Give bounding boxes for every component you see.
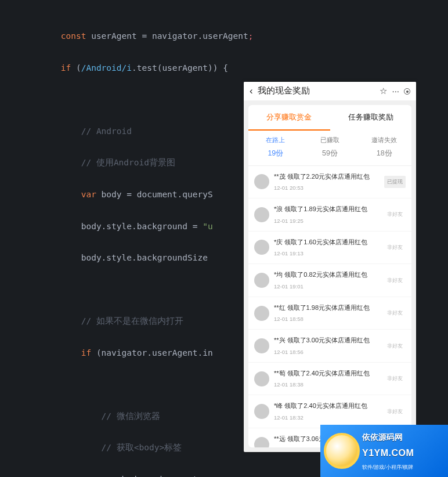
phone-card: 分享赚取赏金 任务赚取奖励 在路上 19份 已赚取 59份 邀请失效 18份 *… (248, 105, 411, 447)
avatar (254, 273, 269, 288)
keyword-var: var (81, 190, 96, 199)
status-badge: 非好友 (384, 406, 406, 418)
avatar (254, 306, 269, 321)
list-item[interactable]: *庆 领取了1.60元实体店通用红包 12-01 19:13 非好友 (248, 232, 411, 265)
comment: // 使用Android背景图 (81, 158, 175, 167)
list-item[interactable]: *峰 领取了2.40元实体店通用红包 12-01 18:32 非好友 (248, 395, 411, 428)
status-badge: 非好友 (384, 373, 406, 385)
regex: /Android/i (81, 63, 132, 73)
status-badge: 非好友 (384, 307, 406, 319)
list-item[interactable]: *浪 领取了1.89元实体店通用红包 12-01 19:25 非好友 (248, 198, 411, 232)
stat-label: 已赚取 (303, 134, 357, 146)
stat-label: 邀请失效 (357, 134, 411, 146)
list-item[interactable]: **茂 领取了2.20元实体店通用红包 12-01 20:53 已提现 (248, 166, 411, 199)
row-time: 12-01 18:58 (274, 314, 380, 324)
code-line: const userAgent = navigator.userAgent; (0, 28, 448, 44)
avatar (254, 338, 269, 353)
target-icon[interactable] (404, 88, 410, 95)
keyword-const: const (61, 31, 86, 41)
comment: // Android (81, 127, 132, 136)
comment: // 微信浏览器 (102, 411, 160, 421)
page-title: 我的现金奖励 (258, 83, 375, 99)
keyword-if: if (61, 63, 71, 73)
row-time: 12-01 18:32 (274, 413, 380, 423)
row-title: *峰 领取了2.40元实体店通用红包 (274, 400, 380, 412)
row-time: 12-01 19:25 (274, 216, 380, 226)
row-time: 12-01 19:13 (274, 248, 380, 259)
watermark-cn: 依依源码网 (362, 429, 414, 445)
stat-label: 在路上 (248, 134, 303, 146)
keyword-var: var (102, 475, 117, 477)
back-icon[interactable]: ‹ (250, 82, 253, 100)
avatar (254, 404, 269, 419)
row-time: 12-01 20:53 (274, 183, 380, 193)
row-title: **红 领取了1.98元实体店通用红包 (274, 302, 380, 314)
row-title: **萄 领取了2.40元实体店通用红包 (274, 367, 380, 380)
status-badge: 非好友 (384, 208, 406, 221)
row-title: *庆 领取了1.60元实体店通用红包 (274, 236, 380, 248)
watermark-tag: 软件/游戏/小程序/棋牌 (362, 463, 414, 472)
stat-onroad[interactable]: 在路上 19份 (248, 131, 303, 165)
phone-list: **茂 领取了2.20元实体店通用红包 12-01 20:53 已提现 *浪 领… (248, 166, 411, 447)
stat-earned[interactable]: 已赚取 59份 (303, 131, 357, 165)
avatar (254, 240, 269, 255)
phone-overlay: ‹ 我的现金奖励 ☆ ··· 分享赚取赏金 任务赚取奖励 在路上 19份 已赚取… (244, 82, 416, 452)
avatar (254, 437, 269, 447)
row-title: **茂 领取了2.20元实体店通用红包 (274, 171, 380, 183)
more-icon[interactable]: ··· (392, 83, 399, 99)
stat-expired[interactable]: 邀请失效 18份 (357, 131, 411, 165)
status-badge: 已提现 (384, 176, 406, 188)
stat-value: 18份 (357, 147, 411, 161)
stat-value: 19份 (248, 147, 303, 161)
mascot-icon (324, 433, 360, 469)
comment: // 如果不是在微信内打开 (81, 316, 183, 326)
avatar (254, 174, 269, 189)
tab-share[interactable]: 分享赚取赏金 (248, 105, 330, 131)
row-title: *均 领取了0.82元实体店通用红包 (274, 269, 380, 281)
avatar (254, 371, 269, 386)
watermark-url: Y1YM.COM (362, 445, 414, 462)
phone-tabs: 分享赚取赏金 任务赚取奖励 (248, 105, 411, 131)
tab-tasks[interactable]: 任务赚取奖励 (330, 105, 412, 131)
list-item[interactable]: **萄 领取了2.40元实体店通用红包 12-01 18:38 非好友 (248, 363, 411, 396)
code-line: if (/Android/i.test(userAgent)) { (0, 60, 448, 76)
stat-value: 59份 (303, 147, 357, 161)
star-icon[interactable]: ☆ (380, 83, 387, 99)
row-time: 12-01 19:01 (274, 281, 380, 292)
list-item[interactable]: **兴 领取了3.00元实体店通用红包 12-01 18:56 非好友 (248, 330, 411, 363)
status-badge: 非好友 (384, 274, 406, 287)
keyword-if: if (81, 348, 91, 357)
comment: // 获取<body>标签 (102, 443, 182, 452)
phone-navbar: ‹ 我的现金奖励 ☆ ··· (244, 82, 416, 100)
phone-stats: 在路上 19份 已赚取 59份 邀请失效 18份 (248, 131, 411, 165)
list-item[interactable]: *均 领取了0.82元实体店通用红包 12-01 19:01 非好友 (248, 264, 411, 297)
status-badge: 非好友 (384, 241, 406, 254)
row-time: 12-01 18:38 (274, 380, 380, 390)
avatar (254, 207, 269, 222)
status-badge: 非好友 (384, 340, 406, 352)
row-title: **兴 领取了3.00元实体店通用红包 (274, 334, 380, 346)
list-item[interactable]: **红 领取了1.98元实体店通用红包 12-01 18:58 非好友 (248, 297, 411, 330)
row-title: *浪 领取了1.89元实体店通用红包 (274, 203, 380, 215)
watermark: 依依源码网 Y1YM.COM 软件/游戏/小程序/棋牌 (320, 425, 448, 477)
row-time: 12-01 18:56 (274, 347, 380, 357)
